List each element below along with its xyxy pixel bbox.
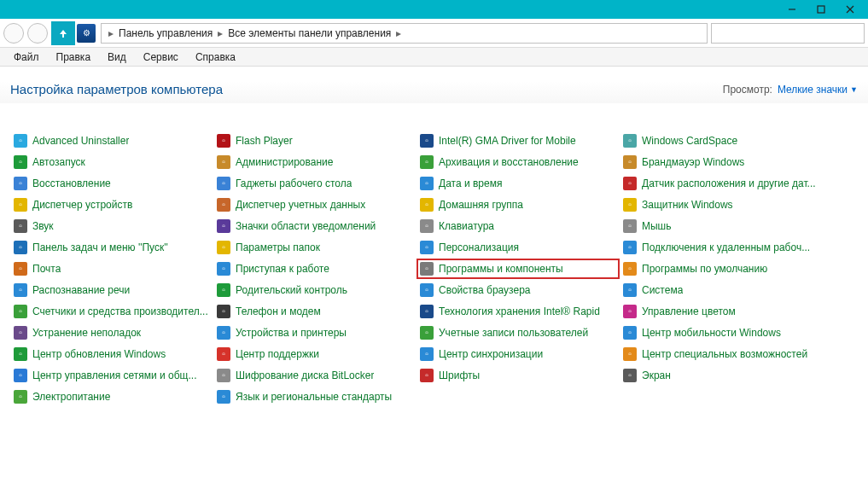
cp-item-power[interactable]: ▫Электропитание [10,387,213,407]
minimize-button[interactable] [778,1,807,18]
cp-item-gauge[interactable]: ▫Счетчики и средства производител... [10,301,213,322]
cp-item-tray[interactable]: ▫Значки области уведомлений [213,216,417,236]
cp-item-bitlocker[interactable]: ▫Шифрование диска BitLocker [213,365,417,386]
cp-item-label: Учетные записи пользователей [439,327,588,339]
cp-item-network[interactable]: ▫Центр управления сетями и общ... [10,365,213,386]
cp-item-sensor[interactable]: ▫Датчик расположения и другие дат... [620,173,823,194]
rapid-icon: ▫ [420,305,434,318]
cp-item-speaker[interactable]: ▫Звук [10,216,213,236]
cp-item-backup[interactable]: ▫Архивация и восстановление [417,152,620,172]
cp-item-label: Панель задач и меню ''Пуск'' [32,241,168,253]
cp-item-label: Устранение неполадок [32,327,141,339]
cp-item-cred[interactable]: ▫Диспетчер учетных данных [213,195,417,215]
view-dropdown[interactable]: Мелкие значки ▼ [778,84,858,96]
cp-item-clock[interactable]: ▫Дата и время [417,173,620,194]
cp-item-start[interactable]: ▫Приступая к работе [213,259,417,279]
back-button[interactable] [3,23,24,44]
chevron-down-icon: ▼ [850,85,858,94]
menu-help[interactable]: Справка [187,49,244,65]
cp-item-mobility[interactable]: ▫Центр мобильности Windows [620,323,823,343]
cp-item-parent[interactable]: ▫Родительский контроль [213,280,417,300]
breadcrumb-item[interactable]: Все элементы панели управления [224,27,394,39]
cp-item-home[interactable]: ▫Домашняя группа [417,195,620,215]
up-button[interactable] [51,21,75,45]
clock-icon: ▫ [420,177,434,190]
phone-icon: ▫ [217,305,230,318]
cp-item-tools[interactable]: ▫Устранение неполадок [10,323,213,343]
close-button[interactable] [836,1,865,18]
breadcrumb[interactable]: ▸ Панель управления ▸ Все элементы панел… [101,23,708,44]
cp-item-browser[interactable]: ▫Свойства браузера [417,280,620,300]
cp-item-font[interactable]: ▫Шрифты [417,365,620,386]
cp-item-rdp[interactable]: ▫Подключения к удаленным рабоч... [620,237,823,258]
cp-item-ease[interactable]: ▫Центр специальных возможностей [620,344,823,364]
cp-item-label: Родительский контроль [236,284,347,296]
search-input[interactable] [711,23,865,44]
cp-item-mic[interactable]: ▫Распознавание речи [10,280,213,300]
gadget-icon: ▫ [217,177,230,190]
cp-item-label: Защитник Windows [642,199,733,211]
taskbar-icon: ▫ [14,241,27,254]
cp-item-trash[interactable]: ▫Advanced Uninstaller [10,131,213,151]
cp-item-folder[interactable]: ▫Параметры папок [213,237,417,258]
fw-icon: ▫ [623,155,637,169]
cp-item-gadget[interactable]: ▫Гаджеты рабочего стола [213,173,417,194]
cp-item-programs[interactable]: ▫Программы и компоненты [417,259,620,279]
cp-item-printer[interactable]: ▫Устройства и принтеры [213,323,417,343]
backup-icon: ▫ [420,155,434,169]
cp-item-label: Центр поддержки [236,348,319,360]
cp-item-label: Электропитание [32,391,110,403]
forward-button[interactable] [27,23,48,44]
rdp-icon: ▫ [623,241,637,254]
cp-item-globe[interactable]: ▫Язык и региональные стандарты [213,387,417,407]
cp-item-mail[interactable]: ▫Почта [10,259,213,279]
cp-item-label: Программы и компоненты [439,263,563,275]
cp-item-default[interactable]: ▫Программы по умолчанию [620,259,823,279]
cp-item-label: Система [642,284,683,296]
cp-item-defender[interactable]: ▫Защитник Windows [620,195,823,215]
maximize-button[interactable] [807,1,836,18]
cp-item-kbd[interactable]: ▫Клавиатура [417,216,620,236]
cp-item-update[interactable]: ▫Центр обновления Windows [10,344,213,364]
cp-item-mouse[interactable]: ▫Мышь [620,216,823,236]
cp-item-taskbar[interactable]: ▫Панель задач и меню ''Пуск'' [10,237,213,258]
menu-edit[interactable]: Правка [48,49,100,65]
cp-item-label: Дата и время [439,177,502,189]
cp-item-label: Приступая к работе [236,263,329,275]
cp-item-card[interactable]: ▫Windows CardSpace [620,131,823,151]
cp-item-phone[interactable]: ▫Телефон и модем [213,301,417,322]
cp-item-rapid[interactable]: ▫Технология хранения Intel® Rapid [417,301,620,322]
cp-item-admin[interactable]: ▫Администрирование [213,152,417,172]
view-value: Мелкие значки [778,84,848,96]
flash-icon: ▫ [217,134,230,148]
cp-item-label: Клавиатура [439,220,494,232]
cp-item-color[interactable]: ▫Управление цветом [620,301,823,322]
menu-tools[interactable]: Сервис [135,49,187,65]
cp-item-label: Значки области уведомлений [236,220,376,232]
breadcrumb-item[interactable]: Панель управления [115,27,216,39]
cp-item-label: Датчик расположения и другие дат... [642,177,816,189]
menu-file[interactable]: Файл [5,49,48,65]
display-icon: ▫ [623,369,637,382]
cp-item-label: Свойства браузера [439,284,531,296]
cp-item-pci[interactable]: ▫Диспетчер устройств [10,195,213,215]
cp-item-system[interactable]: ▫Система [620,280,823,300]
page-title: Настройка параметров компьютера [10,82,223,96]
cp-item-intel[interactable]: ▫Intel(R) GMA Driver for Mobile [417,131,620,151]
cp-item-undo[interactable]: ▫Восстановление [10,173,213,194]
chevron-right-icon: ▸ [107,27,115,39]
cp-item-person[interactable]: ▫Персонализация [417,237,620,258]
cp-item-display[interactable]: ▫Экран [620,365,823,386]
cp-item-fw[interactable]: ▫Брандмауэр Windows [620,152,823,172]
cp-item-support[interactable]: ▫Центр поддержки [213,344,417,364]
cp-item-play[interactable]: ▫Автозапуск [10,152,213,172]
svg-rect-1 [818,6,824,13]
cp-item-sync[interactable]: ▫Центр синхронизации [417,344,620,364]
cp-item-label: Счетчики и средства производител... [32,305,208,317]
trash-icon: ▫ [14,134,27,148]
network-icon: ▫ [14,369,27,382]
person-icon: ▫ [420,241,434,254]
menu-view[interactable]: Вид [99,49,135,65]
cp-item-users[interactable]: ▫Учетные записи пользователей [417,323,620,343]
cp-item-flash[interactable]: ▫Flash Player [213,131,417,151]
